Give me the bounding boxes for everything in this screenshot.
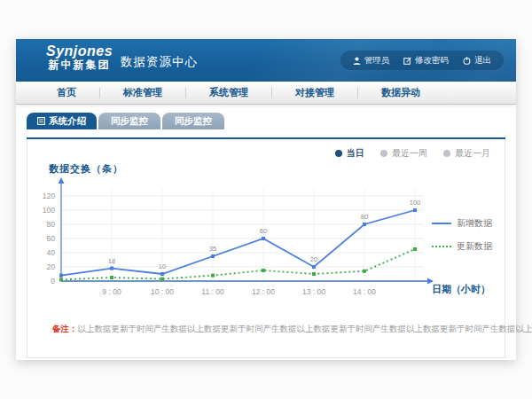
svg-text:120: 120	[43, 192, 55, 200]
tab-label: 同步监控	[175, 115, 212, 128]
svg-text:60: 60	[47, 234, 56, 243]
user-icon	[353, 57, 361, 65]
svg-text:40: 40	[47, 248, 56, 257]
app-header: Synjones 新中新集团 数据资源中心 管理员 修改密码 退出	[16, 39, 516, 82]
svg-text:13 : 00: 13 : 00	[302, 287, 325, 296]
footnote: 备注：以上数据更新于时间产生数据以上数据更新于时间产生数据以上数据更新于时间产生…	[52, 324, 532, 335]
change-password-label: 修改密码	[415, 55, 449, 66]
company-logo: Synjones 新中新集团	[46, 43, 113, 71]
radio-last-week[interactable]: 最近一周	[380, 147, 427, 160]
radio-unselected-icon	[443, 150, 450, 157]
x-axis-label: 日期（小时）	[432, 283, 490, 296]
svg-text:10: 10	[159, 262, 166, 270]
legend-label: 更新数据	[457, 240, 492, 253]
nav-item-integration-management[interactable]: 对接管理	[272, 86, 357, 99]
edit-icon	[403, 57, 411, 65]
svg-text:100: 100	[410, 199, 421, 207]
logo-company-name: 新中新集团	[46, 59, 113, 71]
svg-text:35: 35	[209, 245, 216, 253]
legend-label: 新增数据	[457, 217, 492, 230]
nav-item-data-change[interactable]: 数据异动	[358, 86, 443, 99]
svg-text:11 : 00: 11 : 00	[201, 287, 224, 296]
main-nav: 首页 标准管理 系统管理 对接管理 数据异动	[16, 82, 516, 105]
content-area: 系统介绍 同步监控 同步监控 当日	[16, 105, 516, 360]
legend-line-dotted-icon	[432, 246, 451, 247]
nav-item-home[interactable]: 首页	[34, 86, 99, 99]
logout-button[interactable]: 退出	[463, 55, 491, 66]
legend-line-solid-icon	[432, 223, 451, 224]
tab-label: 系统介绍	[49, 115, 86, 128]
radio-label: 当日	[347, 147, 364, 160]
change-password-button[interactable]: 修改密码	[403, 55, 449, 66]
svg-text:9 : 00: 9 : 00	[102, 287, 121, 296]
tab-sync-monitor-1[interactable]: 同步监控	[98, 113, 160, 129]
app-window: Synjones 新中新集团 数据资源中心 管理员 修改密码 退出	[16, 39, 516, 360]
legend-item-new-data: 新增数据	[432, 217, 492, 230]
tab-sync-monitor-2[interactable]: 同步监控	[162, 113, 224, 129]
radio-today[interactable]: 当日	[335, 147, 364, 160]
logout-label: 退出	[474, 55, 491, 66]
radio-label: 最近一周	[392, 147, 427, 160]
svg-text:20: 20	[47, 262, 56, 271]
chart-panel: 当日 最近一周 最近一月 数据交换（条） 0204060801001209 : …	[27, 139, 505, 358]
svg-text:10 : 00: 10 : 00	[151, 287, 174, 296]
tab-system-intro[interactable]: 系统介绍	[27, 113, 97, 129]
nav-item-system-management[interactable]: 系统管理	[186, 86, 271, 99]
svg-text:12 : 00: 12 : 00	[252, 287, 275, 296]
tab-label: 同步监控	[111, 115, 148, 128]
tab-bar: 系统介绍 同步监控 同步监控	[27, 113, 224, 129]
chart-legend: 新增数据 更新数据	[432, 217, 492, 253]
radio-unselected-icon	[380, 150, 387, 157]
legend-item-updated-data: 更新数据	[432, 240, 492, 253]
nav-item-standard-management[interactable]: 标准管理	[100, 86, 185, 99]
svg-text:80: 80	[361, 213, 368, 221]
radio-last-month[interactable]: 最近一月	[443, 147, 490, 160]
logo-wordmark: Synjones	[46, 43, 113, 59]
y-axis-label: 数据交换（条）	[49, 162, 123, 176]
radio-label: 最近一月	[455, 147, 490, 160]
radio-selected-icon	[335, 150, 342, 157]
svg-text:100: 100	[43, 206, 55, 215]
user-toolbar: 管理员 修改密码 退出	[340, 51, 505, 70]
footnote-prefix: 备注：	[52, 324, 78, 333]
svg-text:14 : 00: 14 : 00	[353, 287, 376, 296]
svg-text:18: 18	[108, 257, 115, 265]
power-icon	[463, 57, 471, 65]
svg-text:80: 80	[47, 220, 56, 229]
svg-text:0: 0	[51, 277, 55, 286]
document-icon	[37, 117, 45, 125]
page-title: 数据资源中心	[121, 54, 198, 70]
desktop-background: Synjones 新中新集团 数据资源中心 管理员 修改密码 退出	[0, 0, 532, 399]
current-user-button[interactable]: 管理员	[353, 55, 390, 66]
date-range-filter: 当日 最近一周 最近一月	[335, 147, 490, 160]
svg-text:60: 60	[260, 227, 267, 235]
user-name-label: 管理员	[364, 55, 390, 66]
svg-text:20: 20	[310, 255, 317, 263]
footnote-text: 以上数据更新于时间产生数据以上数据更新于时间产生数据以上数据更新于时间产生数据以…	[78, 324, 532, 333]
